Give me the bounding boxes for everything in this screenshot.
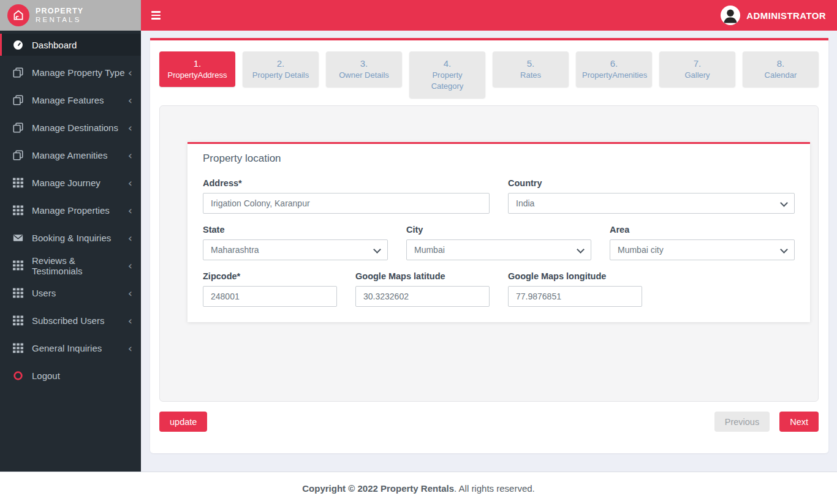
- sidebar-item-manage-properties[interactable]: Manage Properties ‹: [0, 197, 141, 224]
- step-label: Owner Details: [332, 70, 396, 81]
- sidebar-item-manage-features[interactable]: Manage Features ‹: [0, 86, 141, 114]
- latitude-input[interactable]: [355, 286, 490, 307]
- latitude-field-group: Google Maps latitude: [355, 271, 490, 307]
- step-number: 5.: [499, 57, 562, 70]
- country-select[interactable]: India: [508, 193, 795, 214]
- grid-icon: [12, 343, 23, 354]
- grid-icon: [12, 205, 23, 216]
- hamburger-menu-icon[interactable]: [150, 9, 162, 22]
- longitude-field-group: Google Maps longitude: [508, 271, 642, 307]
- sidebar-item-users[interactable]: Users ‹: [0, 279, 141, 307]
- sidebar-item-label: Manage Properties: [32, 205, 110, 216]
- wizard-step-6-property-amenities[interactable]: 6. PropertyAmenities: [576, 51, 652, 87]
- sidebar-item-manage-amenities[interactable]: Manage Amenities ‹: [0, 141, 141, 169]
- chevron-left-icon: ‹: [128, 205, 132, 216]
- grid-icon: [12, 178, 23, 189]
- sidebar-item-booking-inquiries[interactable]: Booking & Inquiries ‹: [0, 224, 141, 252]
- step-number: 2.: [249, 57, 312, 70]
- sidebar-item-reviews-testimonials[interactable]: Reviews & Testimonials ‹: [0, 252, 141, 279]
- next-button[interactable]: Next: [779, 412, 819, 432]
- brand-logo[interactable]: PROPERTY RENTALS: [0, 0, 141, 31]
- longitude-input[interactable]: [508, 286, 642, 307]
- sidebar-item-label: Manage Journey: [32, 178, 100, 188]
- step-label: Property Category: [415, 70, 479, 92]
- topbar: ADMINISTRATOR: [141, 0, 837, 31]
- area-field-group: Area Mumbai city: [610, 225, 795, 260]
- step-number: 4.: [415, 57, 479, 70]
- country-field-group: Country India: [508, 178, 795, 214]
- chevron-left-icon: ‹: [128, 178, 132, 189]
- step-number: 7.: [665, 57, 729, 70]
- wizard-step-1-property-address[interactable]: 1. PropertyAddress: [159, 51, 235, 87]
- sidebar-nav: Dashboard Manage Property Type ‹ Manage …: [0, 31, 141, 389]
- footer-copyright-rest: . All rights reserved.: [454, 483, 535, 494]
- sidebar-item-dashboard[interactable]: Dashboard: [0, 34, 141, 56]
- address-input[interactable]: [203, 193, 490, 214]
- chevron-left-icon: ‹: [128, 95, 132, 106]
- footer: Copyright © 2022 Property Rentals . All …: [0, 472, 837, 504]
- wizard-step-2-property-details[interactable]: 2. Property Details: [243, 51, 319, 87]
- chevron-left-icon: ‹: [128, 67, 132, 78]
- sidebar-item-label: Logout: [32, 370, 60, 381]
- wizard-step-4-property-category[interactable]: 4. Property Category: [409, 51, 485, 98]
- sidebar-item-subscribed-users[interactable]: Subscribed Users ‹: [0, 307, 141, 334]
- user-menu[interactable]: ADMINISTRATOR: [721, 6, 826, 25]
- wizard-step-5-rates[interactable]: 5. Rates: [493, 51, 569, 87]
- sidebar-item-manage-journey[interactable]: Manage Journey ‹: [0, 169, 141, 197]
- sidebar-item-manage-property-type[interactable]: Manage Property Type ‹: [0, 59, 141, 86]
- sidebar-item-manage-destinations[interactable]: Manage Destinations ‹: [0, 114, 141, 141]
- form-title: Property location: [203, 152, 795, 165]
- chevron-left-icon: ‹: [128, 288, 132, 299]
- update-button[interactable]: update: [159, 412, 207, 432]
- sidebar-item-general-inquiries[interactable]: General Inquiries ‹: [0, 334, 141, 362]
- chevron-left-icon: ‹: [128, 122, 132, 134]
- user-label: ADMINISTRATOR: [746, 10, 826, 21]
- zipcode-input[interactable]: [203, 286, 337, 307]
- area-label: Area: [610, 225, 795, 235]
- app-layout: PROPERTY RENTALS Dashboard Manage Proper…: [0, 0, 837, 504]
- step-label: PropertyAmenities: [582, 70, 646, 81]
- brand-line2: RENTALS: [36, 16, 83, 24]
- top-region: PROPERTY RENTALS Dashboard Manage Proper…: [0, 0, 837, 472]
- brand-name: PROPERTY RENTALS: [36, 7, 83, 24]
- step-label: PropertyAddress: [165, 70, 229, 81]
- state-label: State: [203, 225, 388, 235]
- longitude-label: Google Maps longitude: [508, 271, 642, 281]
- property-location-card: Property location Address* Country: [187, 142, 810, 322]
- zipcode-field-group: Zipcode*: [203, 271, 337, 307]
- latitude-label: Google Maps latitude: [355, 271, 490, 281]
- step-number: 6.: [582, 57, 646, 70]
- address-label: Address*: [203, 178, 490, 188]
- grid-icon: [12, 260, 23, 271]
- chevron-left-icon: ‹: [128, 150, 132, 161]
- state-select-wrap: Maharashtra: [203, 239, 388, 260]
- copy-icon: [12, 150, 23, 161]
- area-select-wrap: Mumbai city: [610, 239, 795, 260]
- copy-icon: [12, 67, 23, 78]
- logo-house-icon: [7, 4, 29, 26]
- sidebar-item-label: Manage Property Type: [32, 67, 124, 78]
- step-label: Gallery: [665, 70, 729, 81]
- form-actions: update Previous Next: [159, 412, 819, 432]
- copy-icon: [12, 122, 23, 134]
- country-label: Country: [508, 178, 795, 188]
- footer-copyright-bold: Copyright © 2022 Property Rentals: [302, 483, 454, 494]
- wizard-step-3-owner-details[interactable]: 3. Owner Details: [326, 51, 402, 87]
- wizard-step-7-gallery[interactable]: 7. Gallery: [659, 51, 735, 87]
- step-number: 3.: [332, 57, 396, 70]
- previous-button[interactable]: Previous: [714, 412, 770, 432]
- logout-ring-icon: [12, 370, 23, 382]
- city-select[interactable]: Mumbai: [406, 239, 591, 260]
- area-select[interactable]: Mumbai city: [610, 239, 795, 260]
- sidebar-item-logout[interactable]: Logout: [0, 362, 141, 389]
- content-area: 1. PropertyAddress 2. Property Details 3…: [141, 31, 837, 472]
- sidebar-item-label: Subscribed Users: [32, 315, 104, 326]
- state-select[interactable]: Maharashtra: [203, 239, 388, 260]
- content-wrapper: 1. PropertyAddress 2. Property Details 3…: [150, 38, 828, 453]
- wizard-step-8-calendar[interactable]: 8. Calendar: [743, 51, 819, 87]
- sidebar-item-label: Manage Features: [32, 95, 104, 105]
- city-field-group: City Mumbai: [406, 225, 591, 260]
- brand-line1: PROPERTY: [36, 7, 83, 15]
- wizard-steps: 1. PropertyAddress 2. Property Details 3…: [159, 51, 819, 98]
- chevron-left-icon: ‹: [128, 260, 132, 271]
